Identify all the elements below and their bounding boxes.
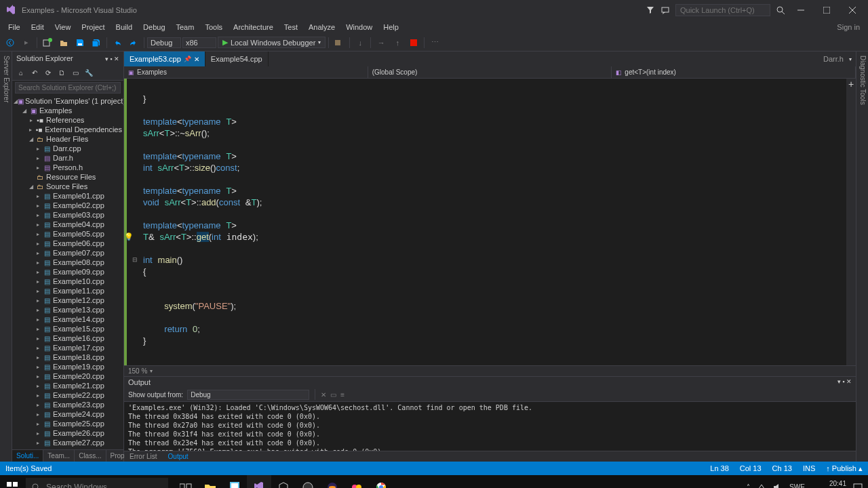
- tree-item[interactable]: ▸▤Example21.cpp: [12, 381, 123, 390]
- maximize-button[interactable]: [816, 3, 837, 17]
- se-refresh-button[interactable]: 🗋: [56, 66, 68, 79]
- menu-architecture[interactable]: Architecture: [228, 22, 279, 33]
- menu-project[interactable]: Project: [76, 22, 110, 33]
- solution-tree[interactable]: ◢▣Solution 'Examples' (1 project)◢▣Examp…: [12, 95, 123, 449]
- doc-well-other[interactable]: Darr.h: [823, 55, 844, 63]
- tray-clock[interactable]: 20:41 2017-01-29: [812, 480, 846, 489]
- tree-item[interactable]: ▸▤Example24.cpp: [12, 409, 123, 419]
- tray-notifications-icon[interactable]: [853, 483, 863, 489]
- obs-icon[interactable]: [296, 475, 320, 488]
- pin-icon[interactable]: ▾ ▪ ✕: [105, 56, 119, 62]
- tree-item[interactable]: ▸▤Example02.cpp: [12, 201, 123, 210]
- left-rail-server-explorer[interactable]: Server Explorer: [0, 52, 12, 462]
- eclipse-icon[interactable]: [320, 475, 344, 488]
- output-clear-button[interactable]: ✕: [321, 391, 326, 399]
- tree-item[interactable]: ▸▤Example11.cpp: [12, 286, 123, 296]
- search-icon[interactable]: [776, 5, 785, 15]
- output-source-combo[interactable]: Debug: [187, 390, 309, 400]
- menu-tools[interactable]: Tools: [199, 22, 228, 33]
- tree-item[interactable]: ◢🗀Source Files: [12, 182, 123, 191]
- tree-item[interactable]: ▸▤Example07.cpp: [12, 248, 123, 258]
- explorer-icon[interactable]: [198, 475, 222, 488]
- chrome-icon[interactable]: [369, 475, 393, 488]
- se-tab-class[interactable]: Class...: [75, 450, 106, 462]
- tray-chevron-icon[interactable]: ˄: [747, 483, 750, 488]
- step-out-button[interactable]: ↑: [390, 35, 405, 50]
- nav-project-combo[interactable]: ▣Examples: [124, 66, 368, 78]
- taskview-icon[interactable]: [174, 475, 198, 488]
- save-button[interactable]: [73, 35, 87, 50]
- tree-item[interactable]: ◢🗀Header Files: [12, 134, 123, 144]
- doc-dropdown-icon[interactable]: ▾: [849, 56, 852, 62]
- menu-edit[interactable]: Edit: [26, 22, 50, 33]
- menu-help[interactable]: Help: [378, 22, 404, 33]
- undo-button[interactable]: [110, 35, 125, 50]
- nav-forward-button[interactable]: ▸: [19, 35, 34, 50]
- doc-tab[interactable]: Example54.cpp: [205, 52, 269, 66]
- tree-item[interactable]: 🗀Resource Files: [12, 172, 123, 182]
- breakpoint-button[interactable]: [406, 35, 421, 50]
- output-close-icon[interactable]: ✕: [846, 378, 852, 385]
- tree-item[interactable]: ▸▤Darr.h: [12, 153, 123, 163]
- tree-item[interactable]: ▸▤Example16.cpp: [12, 333, 123, 343]
- feedback-icon[interactable]: [660, 5, 670, 15]
- redo-button[interactable]: [126, 35, 141, 50]
- output-wrap-button[interactable]: ≡: [340, 391, 344, 399]
- tree-item[interactable]: ▸▤Example17.cpp: [12, 343, 123, 352]
- tree-item[interactable]: ▸▤Example08.cpp: [12, 258, 123, 267]
- tree-item[interactable]: ▸▤Example03.cpp: [12, 210, 123, 220]
- new-project-button[interactable]: [40, 35, 55, 50]
- visual-studio-icon[interactable]: [247, 475, 271, 488]
- quick-launch-input[interactable]: [675, 4, 770, 16]
- solution-search-input[interactable]: [15, 82, 121, 94]
- tree-item[interactable]: ▸▤Example01.cpp: [12, 191, 123, 201]
- menu-view[interactable]: View: [50, 22, 77, 33]
- app-icon[interactable]: [344, 475, 369, 488]
- menu-build[interactable]: Build: [111, 22, 138, 33]
- tree-item[interactable]: ▸▤Example27.cpp: [12, 438, 123, 447]
- status-publish[interactable]: ↑ Publish ▴: [826, 464, 863, 473]
- platform-combo[interactable]: x86: [182, 37, 216, 48]
- tree-item[interactable]: ▸▤Example20.cpp: [12, 371, 123, 381]
- nav-member-combo[interactable]: ◧get<T>(int index): [612, 66, 856, 78]
- zoom-dropdown-icon[interactable]: ▾: [150, 368, 153, 374]
- menu-test[interactable]: Test: [279, 22, 303, 33]
- se-properties-button[interactable]: 🔧: [83, 66, 95, 79]
- sign-in-link[interactable]: Sign in: [831, 22, 865, 33]
- tree-item[interactable]: ▸▤Example26.cpp: [12, 428, 123, 438]
- menu-window[interactable]: Window: [340, 22, 378, 33]
- menu-team[interactable]: Team: [171, 22, 200, 33]
- close-icon[interactable]: ✕: [194, 56, 199, 63]
- se-tab-team[interactable]: Team...: [43, 450, 75, 462]
- output-dropdown-icon[interactable]: ▾: [837, 378, 841, 385]
- zoom-level[interactable]: 150 %: [128, 367, 147, 375]
- se-tab-solution[interactable]: Soluti...: [12, 450, 43, 462]
- se-home-button[interactable]: ⌂: [15, 66, 27, 79]
- tree-item[interactable]: ▸▪■External Dependencies: [12, 125, 123, 134]
- menu-debug[interactable]: Debug: [138, 22, 170, 33]
- output-pin-icon[interactable]: ▪: [842, 378, 844, 385]
- nav-back-button[interactable]: [3, 35, 18, 50]
- tray-volume-icon[interactable]: [773, 483, 783, 489]
- output-copy-button[interactable]: ▭: [330, 391, 336, 399]
- tree-item[interactable]: ▸▤Example05.cpp: [12, 229, 123, 239]
- se-back-button[interactable]: ↶: [28, 66, 41, 79]
- se-sync-button[interactable]: ⟳: [42, 66, 54, 79]
- config-combo[interactable]: Debug: [147, 37, 181, 48]
- tree-item[interactable]: ▸▤Example14.cpp: [12, 314, 123, 324]
- menu-file[interactable]: File: [3, 22, 26, 33]
- step-into-button[interactable]: ↓: [353, 35, 368, 50]
- tree-item[interactable]: ▸▤Person.h: [12, 163, 123, 172]
- save-all-button[interactable]: [89, 35, 104, 50]
- tree-item[interactable]: ▸▤Example22.cpp: [12, 390, 123, 400]
- tree-item[interactable]: ◢▣Examples: [12, 106, 123, 115]
- tree-item[interactable]: ▸▤Example18.cpp: [12, 352, 123, 362]
- pin-icon[interactable]: 📌: [184, 56, 191, 62]
- step-over-button[interactable]: →: [374, 35, 389, 50]
- start-debugging-button[interactable]: ▶Local Windows Debugger▾: [218, 37, 326, 48]
- notifications-icon[interactable]: [646, 5, 655, 15]
- tree-item[interactable]: ◢▣Solution 'Examples' (1 project): [12, 96, 123, 106]
- taskbar-search[interactable]: Search Windows: [26, 478, 168, 489]
- tree-item[interactable]: ▸▤Example15.cpp: [12, 324, 123, 333]
- tab-output[interactable]: Output: [163, 451, 194, 462]
